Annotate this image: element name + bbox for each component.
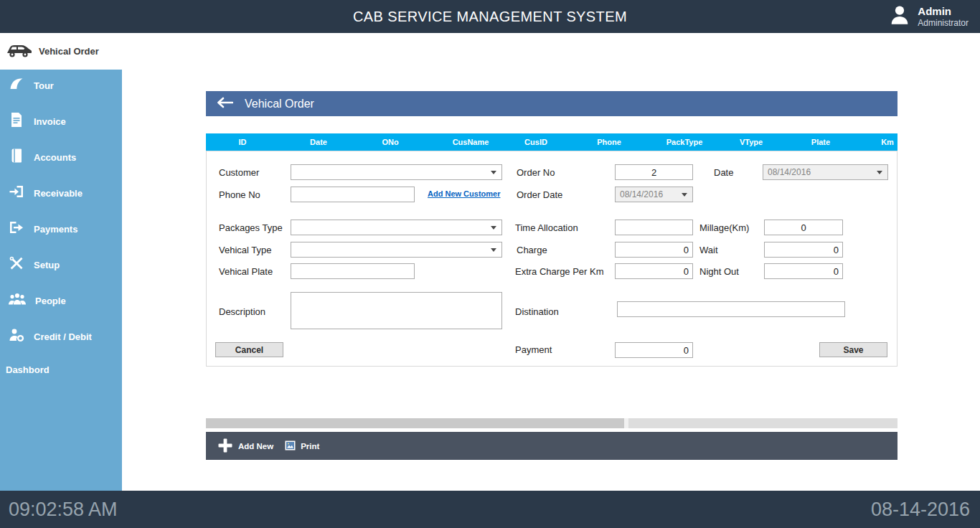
grid-col-cusname[interactable]: CusName [453, 133, 489, 151]
millage-input[interactable] [764, 220, 843, 235]
sidebar: Tour Invoice Accounts [0, 70, 122, 491]
distination-input[interactable] [617, 301, 845, 317]
night-out-input[interactable] [764, 263, 843, 279]
back-arrow-icon [216, 97, 233, 111]
grid-col-plate[interactable]: Plate [811, 133, 830, 151]
grid-col-packtype[interactable]: PackType [666, 133, 703, 151]
packages-type-label: Packages Type [219, 220, 283, 236]
user-role: Administrator [918, 18, 969, 29]
add-new-customer-link[interactable]: Add New Customer [428, 189, 500, 198]
setup-icon [8, 255, 25, 275]
sidebar-item-invoice[interactable]: Invoice [0, 103, 122, 139]
customer-combobox[interactable] [291, 164, 502, 180]
sidebar-item-label: Vehical Order [39, 46, 99, 57]
grid-col-cusid[interactable]: CusID [524, 133, 547, 151]
time-allocation-input[interactable] [615, 220, 693, 235]
receivable-icon [8, 183, 25, 203]
phone-no-input[interactable] [291, 187, 415, 202]
vehical-type-label: Vehical Type [219, 242, 271, 258]
grid-header: ID Date ONo CusName CusID Phone PackType… [206, 133, 897, 151]
date-picker[interactable]: 08/14/2016 [763, 164, 888, 180]
order-date-picker[interactable]: 08/14/2016 [615, 187, 693, 202]
order-no-label: Order No [517, 165, 555, 181]
sidebar-item-label: Tour [34, 80, 54, 91]
charge-input[interactable] [615, 242, 693, 258]
horizontal-scrollbar-thumb[interactable] [206, 418, 624, 428]
grid-col-date[interactable]: Date [310, 133, 327, 151]
payment-input[interactable] [615, 342, 693, 358]
packages-type-combobox[interactable] [291, 220, 502, 235]
user-avatar-icon [888, 4, 911, 29]
vehical-plate-label: Vehical Plate [219, 264, 273, 280]
print-label: Print [301, 442, 319, 451]
tour-icon [8, 75, 25, 95]
chevron-down-icon [491, 248, 496, 252]
grid-col-km[interactable]: Km [881, 133, 894, 151]
cancel-button[interactable]: Cancel [215, 342, 283, 357]
sidebar-item-label: Credit / Debit [34, 331, 92, 342]
wait-label: Wait [699, 242, 718, 258]
extra-charge-input[interactable] [615, 263, 693, 279]
user-name: Admin [918, 5, 969, 18]
panel-title: Vehical Order [245, 91, 314, 116]
time-allocation-label: Time Allocation [515, 220, 578, 236]
millage-label: Millage(Km) [699, 220, 749, 236]
sidebar-item-payments[interactable]: Payments [0, 211, 122, 247]
grid-col-ono[interactable]: ONo [382, 133, 398, 151]
grid-col-phone[interactable]: Phone [597, 133, 621, 151]
panel-header: Vehical Order [206, 91, 897, 116]
payments-icon [8, 219, 25, 239]
description-textarea[interactable] [291, 292, 502, 329]
sidebar-item-receivable[interactable]: Receivable [0, 175, 122, 211]
credit-debit-icon [8, 326, 25, 346]
add-new-button[interactable]: Add New [217, 438, 273, 455]
bottom-toolbar: Add New Print [206, 432, 897, 460]
wait-input[interactable] [764, 242, 843, 258]
print-button[interactable]: Print [285, 440, 319, 452]
horizontal-scrollbar-segment[interactable] [628, 418, 897, 428]
grid-col-vtype[interactable]: VType [740, 133, 763, 151]
date-picker-value: 08/14/2016 [768, 166, 872, 179]
plus-icon [217, 438, 233, 455]
save-button[interactable]: Save [819, 342, 887, 357]
order-form [206, 151, 897, 367]
status-date: 08-14-2016 [871, 491, 970, 528]
people-icon [8, 291, 27, 311]
order-no-input[interactable] [615, 164, 693, 180]
night-out-label: Night Out [699, 264, 739, 280]
sidebar-item-dashbord[interactable]: Dashbord [0, 352, 122, 387]
vehical-type-combobox[interactable] [291, 242, 502, 258]
accounts-icon [8, 147, 25, 167]
distination-label: Distination [515, 304, 559, 320]
status-bar [0, 491, 980, 528]
sidebar-item-label: People [35, 296, 66, 306]
top-bar: CAB SERVICE MANAGEMENT SYSTEM Admin Admi… [0, 0, 980, 33]
extra-charge-label: Extra Charge Per Km [515, 264, 604, 280]
sidebar-item-label: Dashbord [6, 364, 50, 375]
sidebar-item-people[interactable]: People [0, 283, 122, 319]
vehical-plate-input[interactable] [291, 263, 415, 279]
sidebar-item-label: Accounts [34, 152, 76, 163]
sidebar-item-accounts[interactable]: Accounts [0, 139, 122, 175]
chevron-down-icon [491, 226, 496, 230]
print-icon [285, 440, 296, 452]
sidebar-item-setup[interactable]: Setup [0, 247, 122, 283]
order-date-label: Order Date [517, 187, 562, 203]
charge-label: Charge [517, 242, 547, 258]
date-label: Date [714, 165, 733, 181]
phone-no-label: Phone No [219, 187, 260, 203]
invoice-icon [8, 111, 25, 131]
grid-col-id[interactable]: ID [239, 133, 247, 151]
sidebar-item-credit-debit[interactable]: Credit / Debit [0, 319, 122, 354]
sidebar-item-label: Receivable [34, 188, 83, 199]
app-title: CAB SERVICE MANAGEMENT SYSTEM [0, 0, 980, 33]
app-window: CAB SERVICE MANAGEMENT SYSTEM Admin Admi… [0, 0, 980, 528]
sidebar-item-vehical-order[interactable]: Vehical Order [0, 33, 122, 70]
user-info: Admin Administrator [888, 4, 969, 29]
chevron-down-icon [491, 171, 496, 174]
sidebar-item-label: Payments [34, 224, 77, 235]
back-button[interactable] [212, 95, 237, 113]
status-time: 09:02:58 AM [9, 491, 118, 528]
sidebar-item-label: Setup [34, 260, 60, 270]
sidebar-item-tour[interactable]: Tour [0, 67, 122, 103]
